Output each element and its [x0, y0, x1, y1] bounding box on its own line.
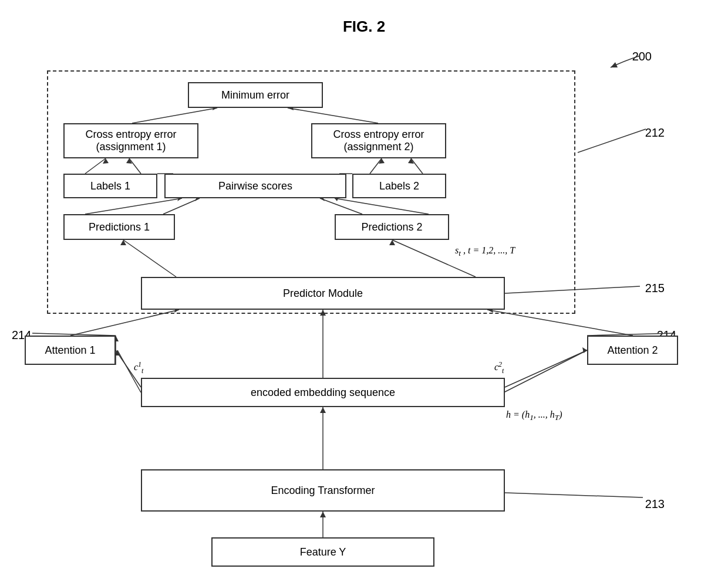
ref-215: 215	[645, 282, 665, 295]
svg-marker-35	[582, 347, 587, 353]
predictions-1-box: Predictions 1	[63, 214, 175, 240]
attention-2-box: Attention 2	[587, 336, 678, 365]
labels-1-box: Labels 1	[63, 174, 157, 198]
h-notation: h = (h1, ..., hT)	[506, 409, 562, 422]
ref-212: 212	[645, 126, 665, 140]
ct1-label: c1t	[134, 360, 143, 375]
page: FIG. 2 200 212 213 214 214 215	[0, 0, 728, 579]
svg-marker-41	[320, 407, 326, 413]
min-error-box: Minimum error	[188, 82, 323, 108]
ref-213: 213	[645, 497, 665, 511]
svg-marker-43	[320, 512, 326, 517]
labels-2-box: Labels 2	[352, 174, 446, 198]
svg-marker-0	[611, 62, 618, 67]
encoding-transformer-box: Encoding Transformer	[141, 469, 505, 512]
svg-line-34	[504, 350, 587, 392]
svg-line-37	[505, 350, 587, 387]
feature-y-box: Feature Y	[211, 537, 434, 567]
svg-line-44	[505, 493, 643, 497]
predictor-module-box: Predictor Module	[141, 277, 505, 310]
encoded-embedding-box: encoded embedding sequence	[141, 378, 505, 407]
pairwise-scores-box: Pairwise scores	[164, 174, 346, 198]
st-notation: st , t = 1,2, ..., T	[455, 245, 515, 258]
svg-line-1	[578, 129, 646, 153]
ref-200: 200	[632, 50, 652, 63]
attention-1-box: Attention 1	[25, 336, 116, 365]
cross-entropy-1-box: Cross entropy error (assignment 1)	[63, 123, 198, 158]
cross-entropy-2-box: Cross entropy error (assignment 2)	[311, 123, 446, 158]
ct2-label: c2t	[494, 360, 504, 375]
predictions-2-box: Predictions 2	[335, 214, 449, 240]
figure-title: FIG. 2	[343, 18, 385, 36]
